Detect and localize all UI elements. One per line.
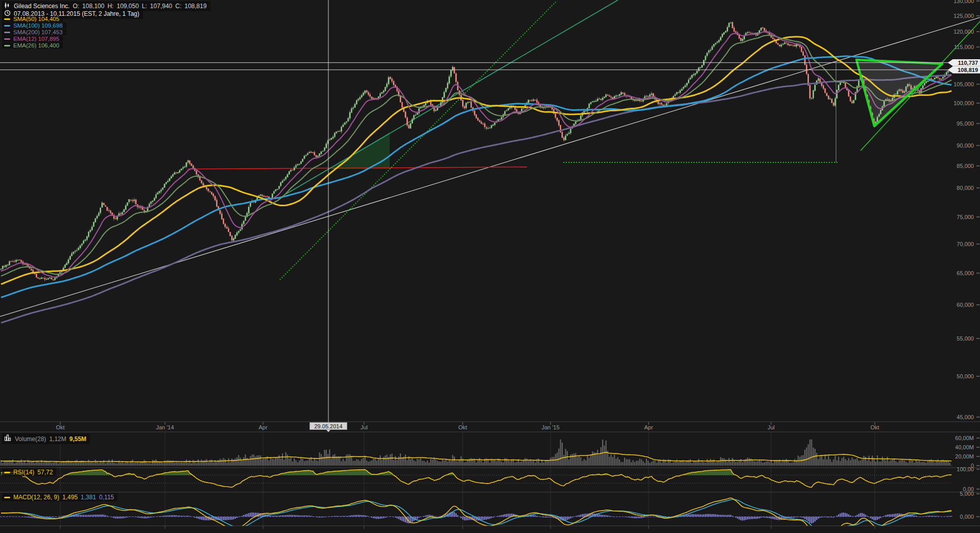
price-axis-label: 55,000 [937,335,974,342]
price-axis-label: 75,000 [937,214,974,220]
time-axis-label: Okt [40,424,81,430]
price-axis-label: 90,000 [937,142,974,149]
indicator-legend-row-ema26[interactable]: EMA(26) 106,400 [2,42,63,49]
volume-axis-label: 40,00M [937,444,974,450]
crosshair-price-tag: 110,737 [948,59,980,66]
price-axis-label: 65,000 [937,270,974,276]
price-axis-label: 115,000 [937,44,974,50]
price-axis-label: 100,000 [937,100,974,106]
sma200-line [1,75,951,323]
rsi-panel [0,470,951,488]
rsi-line [1,470,951,488]
rsi-legend-row[interactable]: RSI(14) 57,72 [2,468,56,476]
indicator-label-value: EMA(12) 107,895 [13,36,59,42]
time-axis-label: Apr [628,424,669,430]
volume-axis-label: 20,00M [937,453,974,459]
indicator-legend-row-sma100[interactable]: SMA(100) 109,698 [2,22,66,29]
macd-signal-line [1,499,951,531]
trading-chart-app: Gilead Sciences Inc. O: 108,100 H: 109,0… [0,0,980,533]
rsi-value: 57,72 [37,469,53,476]
grid-layer [0,1,980,529]
price-axis-label: 70,000 [937,241,974,247]
volume-last-value: 1,12M [49,435,66,443]
volume-label: Volume(28) [15,435,46,443]
volume-bars-icon [4,434,12,444]
price-axis-label: 105,000 [937,81,974,87]
price-axis-label: 125,000 [937,13,974,19]
macd-value: 1,495 [62,494,78,501]
indicator-label-value: EMA(26) 106,400 [13,42,59,49]
indicator-label-value: SMA(50) 104,405 [13,16,59,22]
ema26-line [1,35,951,276]
price-axis-label: 50,000 [937,373,974,379]
main-price-panel [0,0,980,323]
price-axis-label: 85,000 [937,163,974,169]
low-value: 107,940 [150,3,172,10]
indicator-color-dash [4,38,10,40]
macd-hist-value: 0,115 [99,494,114,501]
price-axis-label: 130,000 [937,0,974,4]
time-axis-label: Jan '15 [530,424,571,430]
macd-label: MACD(12, 26, 9) [13,494,59,501]
indicator-legend-row-ema12[interactable]: EMA(12) 107,895 [2,36,63,42]
rsi-label: RSI(14) [13,469,34,476]
time-axis-label: Okt [854,424,895,430]
macd-legend-row[interactable]: MACD(12, 26, 9) 1,495 1,381 0,115 [2,493,117,501]
macd-signal-value: 1,381 [81,494,96,501]
indicator-legend-row-sma200[interactable]: SMA(200) 107,453 [2,29,66,35]
crosshair-date-tag: 29.05.2014 [309,422,347,430]
close-value: 108,819 [184,3,206,10]
macd-axis-label: 5,000 [937,491,974,497]
volume-panel [1,440,952,466]
rsi-color-dash [4,472,10,473]
indicator-label-value: SMA(100) 109,698 [13,22,63,29]
time-axis-label: Apr [243,424,283,430]
macd-color-dash [4,497,10,498]
sma100-line [1,56,951,297]
close-label: C: [175,3,181,10]
indicator-color-dash [4,18,10,20]
price-axis-label: 120,000 [937,29,974,35]
price-axis-label: 80,000 [937,185,974,191]
time-axis-label: Jan '14 [145,424,185,430]
last-price-tag: 108,819 [948,66,980,74]
macd-line [1,498,951,533]
price-axis-label: 60,000 [937,302,974,308]
rsi-axis-label: 100,00 [937,466,974,472]
time-axis-label: Okt [442,424,483,430]
indicator-color-dash [4,25,10,27]
crosshair-layer [0,0,980,432]
time-axis-label: Jul [344,424,385,430]
price-axis-label: 95,000 [937,120,974,127]
price-axis-label: 45,000 [937,414,974,420]
indicator-color-dash [4,32,10,33]
volume-axis-label: 60,00M [937,435,974,441]
indicator-legend-row-sma50[interactable]: SMA(50) 104,405 [2,16,63,22]
volume-ma-value: 9,55M [69,435,86,443]
volume-ma-line [1,452,951,462]
chart-canvas[interactable] [0,0,980,533]
macd-panel [0,498,952,533]
ema12-line [1,32,951,277]
volume-legend-row[interactable]: Volume(28) 1,12M 9,55M [2,433,90,444]
indicator-color-dash [4,45,10,46]
time-axis-label: Jul [751,424,792,430]
macd-axis-label: 0,000 [937,514,974,520]
indicator-label-value: SMA(200) 107,453 [13,29,63,35]
